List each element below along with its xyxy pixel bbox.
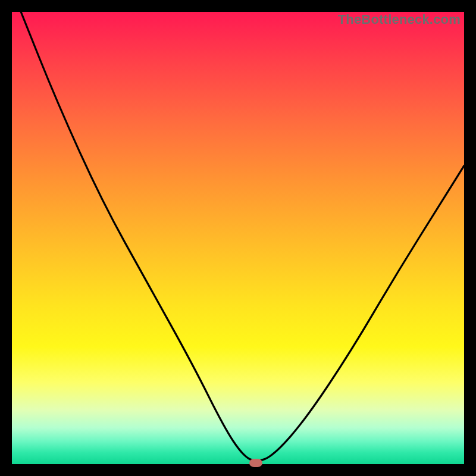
chart-frame: TheBottleneck.com <box>0 0 476 476</box>
plot-area: TheBottleneck.com <box>12 12 464 464</box>
bottleneck-curve <box>21 12 464 461</box>
optimal-point-marker <box>249 459 262 467</box>
curve-svg <box>12 12 464 464</box>
